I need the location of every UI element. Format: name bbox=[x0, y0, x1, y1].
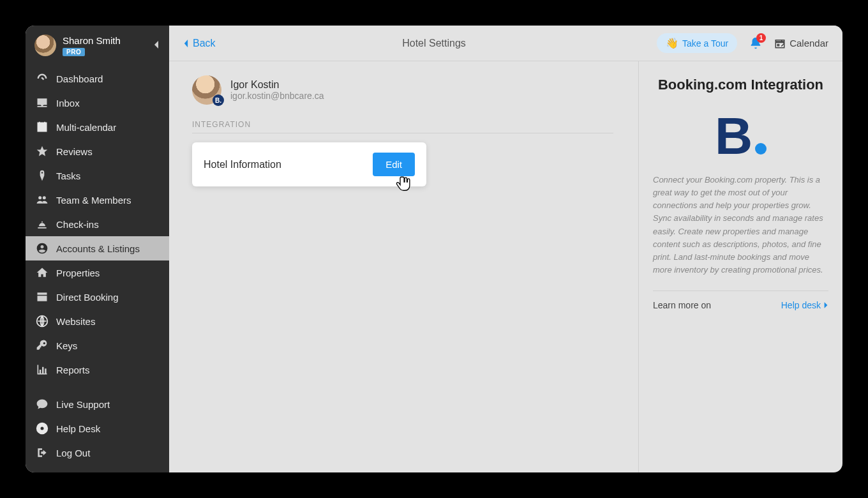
booking-logo-dot-icon bbox=[755, 143, 767, 155]
avatar bbox=[34, 34, 56, 56]
sidebar-item-live-support[interactable]: Live Support bbox=[26, 392, 169, 416]
gauge-icon bbox=[36, 72, 49, 85]
booking-icon bbox=[36, 290, 49, 303]
user-name: Igor Kostin bbox=[230, 79, 324, 91]
sidebar-item-properties[interactable]: Properties bbox=[26, 260, 169, 285]
notifications-button[interactable]: 1 bbox=[749, 36, 763, 50]
hotel-info-card: Hotel Information Edit bbox=[192, 142, 426, 186]
calendar-label: Calendar bbox=[789, 38, 828, 49]
user-info: Igor Kostin igor.kostin@bnbcare.ca bbox=[230, 79, 324, 101]
user-avatar: B. bbox=[192, 75, 221, 105]
sidebar-item-label: Multi-calendar bbox=[56, 122, 116, 133]
help-desk-link-label: Help desk bbox=[781, 300, 821, 310]
sidebar-item-dashboard[interactable]: Dashboard bbox=[26, 66, 169, 91]
star-icon bbox=[36, 145, 49, 158]
topbar: Back Hotel Settings 👋 Take a Tour 1 Cale… bbox=[169, 26, 842, 61]
sidebar-item-inbox[interactable]: Inbox bbox=[26, 91, 169, 115]
notification-badge: 1 bbox=[756, 33, 766, 43]
sidebar-item-reviews[interactable]: Reviews bbox=[26, 139, 169, 163]
chat-icon bbox=[36, 398, 49, 411]
booking-badge-icon: B. bbox=[213, 94, 224, 106]
profile-name: Sharon Smith bbox=[63, 35, 121, 46]
tour-label: Take a Tour bbox=[682, 38, 728, 49]
sidebar-item-tasks[interactable]: Tasks bbox=[26, 163, 169, 188]
card-title: Hotel Information bbox=[204, 159, 281, 170]
sidebar-item-label: Reviews bbox=[56, 146, 93, 157]
sidebar-item-keys[interactable]: Keys bbox=[26, 333, 169, 358]
app-frame: Sharon Smith PRO DashboardInboxMulti-cal… bbox=[26, 26, 842, 472]
learn-more-label: Learn more on bbox=[653, 300, 711, 310]
right-panel-footer: Learn more on Help desk bbox=[653, 290, 828, 310]
profile-block[interactable]: Sharon Smith PRO bbox=[26, 26, 169, 63]
calendar-icon bbox=[36, 121, 49, 133]
tag-icon bbox=[36, 169, 49, 182]
users-icon bbox=[36, 193, 49, 206]
circle-user-icon bbox=[36, 242, 49, 255]
sidebar-item-accounts-listings[interactable]: Accounts & Listings bbox=[26, 236, 169, 260]
take-tour-button[interactable]: 👋 Take a Tour bbox=[657, 33, 737, 53]
sidebar-item-label: Help Desk bbox=[56, 423, 100, 434]
sidebar-item-label: Live Support bbox=[56, 399, 110, 410]
content-main: B. Igor Kostin igor.kostin@bnbcare.ca IN… bbox=[169, 61, 638, 472]
user-block: B. Igor Kostin igor.kostin@bnbcare.ca bbox=[192, 75, 615, 105]
sidebar-item-help-desk[interactable]: Help Desk bbox=[26, 416, 169, 441]
sidebar-item-websites[interactable]: Websites bbox=[26, 309, 169, 333]
back-label: Back bbox=[193, 38, 216, 49]
calendar-button[interactable]: Calendar bbox=[774, 38, 828, 49]
right-panel: Booking.com Integration B Connect your B… bbox=[638, 61, 842, 472]
sidebar-item-reports[interactable]: Reports bbox=[26, 358, 169, 382]
sidebar-item-label: Dashboard bbox=[56, 73, 103, 84]
profile-info: Sharon Smith PRO bbox=[63, 35, 121, 56]
user-email: igor.kostin@bnbcare.ca bbox=[230, 91, 324, 101]
sidebar-item-label: Team & Members bbox=[56, 195, 131, 206]
tray-icon bbox=[36, 96, 49, 109]
sidebar-item-label: Keys bbox=[56, 340, 77, 351]
topbar-right: 👋 Take a Tour 1 Calendar bbox=[657, 33, 828, 53]
booking-logo: B bbox=[653, 105, 828, 158]
sidebar-item-label: Check-ins bbox=[56, 219, 99, 230]
globe-icon bbox=[36, 315, 49, 328]
main: Back Hotel Settings 👋 Take a Tour 1 Cale… bbox=[169, 26, 842, 472]
collapse-icon[interactable] bbox=[151, 40, 161, 50]
sidebar-item-label: Log Out bbox=[56, 448, 90, 458]
sidebar-item-team-members[interactable]: Team & Members bbox=[26, 188, 169, 212]
page-title: Hotel Settings bbox=[402, 38, 466, 49]
sidebar-item-multi-calendar[interactable]: Multi-calendar bbox=[26, 115, 169, 139]
sidebar-item-check-ins[interactable]: Check-ins bbox=[26, 212, 169, 236]
sidebar-item-label: Accounts & Listings bbox=[56, 243, 140, 254]
cursor-hand-icon bbox=[396, 174, 414, 192]
sidebar-item-label: Properties bbox=[56, 268, 100, 278]
sidebar-item-label: Inbox bbox=[56, 98, 80, 109]
key-icon bbox=[36, 339, 49, 352]
section-label: INTEGRATION bbox=[192, 120, 613, 133]
profile-badge: PRO bbox=[63, 48, 85, 56]
bell-desk-icon bbox=[36, 218, 49, 230]
logout-icon bbox=[36, 446, 49, 459]
booking-logo-letter: B bbox=[715, 114, 752, 158]
right-panel-title: Booking.com Integration bbox=[653, 77, 828, 93]
wave-icon: 👋 bbox=[666, 37, 678, 49]
sidebar-item-direct-booking[interactable]: Direct Booking bbox=[26, 285, 169, 309]
right-panel-description: Connect your Booking.com property. This … bbox=[653, 174, 828, 276]
sidebar: Sharon Smith PRO DashboardInboxMulti-cal… bbox=[26, 26, 169, 472]
back-button[interactable]: Back bbox=[183, 38, 216, 49]
sidebar-item-label: Direct Booking bbox=[56, 292, 119, 303]
sidebar-item-label: Websites bbox=[56, 316, 95, 327]
sidebar-item-log-out[interactable]: Log Out bbox=[26, 441, 169, 465]
edit-button[interactable]: Edit bbox=[373, 153, 415, 176]
nav-footer: Live SupportHelp DeskLog Out bbox=[26, 388, 169, 465]
sidebar-item-label: Tasks bbox=[56, 170, 80, 181]
home-icon bbox=[36, 266, 49, 279]
help-desk-link[interactable]: Help desk bbox=[781, 300, 828, 310]
nav-main: DashboardInboxMulti-calendarReviewsTasks… bbox=[26, 63, 169, 382]
content: B. Igor Kostin igor.kostin@bnbcare.ca IN… bbox=[169, 61, 842, 472]
lifebuoy-icon bbox=[36, 422, 49, 435]
chart-icon bbox=[36, 363, 49, 376]
sidebar-item-label: Reports bbox=[56, 365, 90, 375]
